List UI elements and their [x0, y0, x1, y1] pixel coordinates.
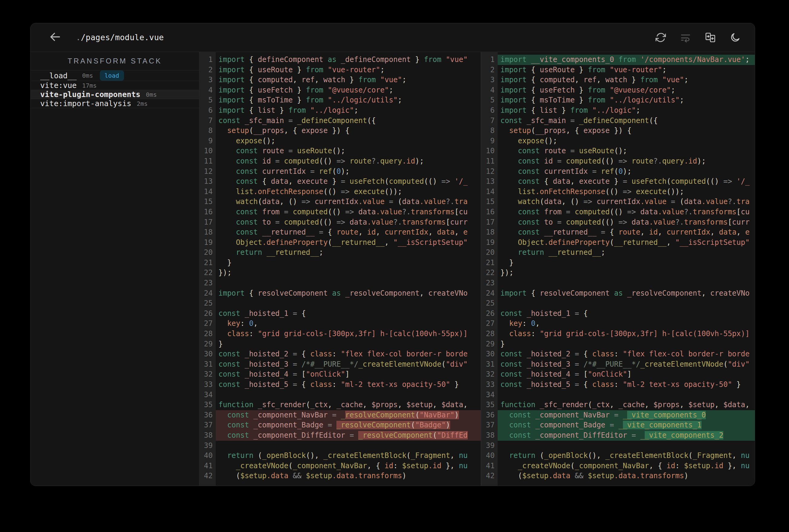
line-number: 30 — [481, 349, 498, 359]
line-number: 29 — [481, 339, 498, 349]
code-line: 22}); — [199, 268, 481, 278]
plugin-time: 2ms — [137, 100, 148, 107]
line-number: 33 — [199, 380, 216, 390]
code-text: Object.defineProperty(__returned__, "__i… — [498, 238, 755, 248]
code-line: 16 const from = computed(() => data.valu… — [481, 207, 755, 217]
word-wrap-icon[interactable] — [680, 32, 691, 43]
code-text: const _hoisted_3 = /*#__PURE__*/_createE… — [498, 359, 755, 370]
plugin-name: __load__ — [40, 71, 76, 80]
code-text: const _sfc_main = _defineComponent({ — [498, 116, 755, 126]
line-number: 27 — [481, 319, 498, 329]
code-line: 26const _hoisted_1 = { — [481, 309, 755, 319]
code-line: 35function _sfc_render(_ctx, _cache, $pr… — [481, 400, 755, 410]
line-number: 16 — [481, 207, 498, 217]
sidebar-item-vite:import-analysis[interactable]: vite:import-analysis2ms — [31, 99, 199, 108]
code-text: import { list } from "../logic"; — [216, 106, 481, 116]
line-number: 42 — [481, 471, 498, 481]
sidebar-item-__load__[interactable]: __load__0msload — [31, 71, 199, 81]
line-number: 18 — [199, 227, 216, 238]
diff-view-icon[interactable] — [704, 32, 716, 43]
title-prefix: . — [76, 33, 81, 42]
code-line: 21 } — [199, 258, 481, 268]
line-number: 40 — [481, 451, 498, 461]
line-number: 20 — [481, 248, 498, 258]
code-line: 32const _hoisted_4 = ["onClick"] — [199, 369, 481, 380]
code-text: } — [216, 258, 481, 268]
code-text: return (_openBlock(), _createElementBloc… — [498, 451, 755, 461]
code-line: 4import { useFetch } from "@vueuse/core"… — [481, 85, 755, 96]
code-text: _createVNode(_component_NavBar, { id: $s… — [216, 461, 481, 471]
plugin-time: 0ms — [146, 91, 157, 98]
code-line: 15 watch(data, () => currentIdx.value = … — [481, 197, 755, 207]
sidebar-item-vite:vue[interactable]: vite:vue17ms — [31, 81, 199, 90]
line-number: 4 — [481, 85, 498, 96]
code-line: 14 list.onFetchResponse(() => execute())… — [481, 187, 755, 197]
code-text: const route = useRoute(); — [216, 146, 481, 156]
code-line: 30const _hoisted_2 = { class: "flex flex… — [481, 349, 755, 359]
code-panel-before[interactable]: 1import { defineComponent as _defineComp… — [199, 52, 481, 486]
code-line: 30const _hoisted_2 = { class: "flex flex… — [199, 349, 481, 359]
code-line: 4import { useFetch } from "@vueuse/core"… — [199, 85, 481, 96]
code-line: 15 watch(data, () => currentIdx.value = … — [199, 197, 481, 207]
code-text: const _component_DiffEditor = _resolveCo… — [216, 431, 481, 441]
line-number: 23 — [199, 278, 216, 288]
code-line: 40 return (_openBlock(), _createElementB… — [481, 451, 755, 461]
code-text: const _hoisted_2 = { class: "flex flex-c… — [216, 349, 481, 359]
line-number: 23 — [481, 278, 498, 288]
line-number: 8 — [199, 126, 216, 136]
code-text: class: "grid grid-cols-[300px,3fr] h-[ca… — [498, 329, 755, 339]
code-line: 39 — [199, 441, 481, 451]
topbar-actions — [655, 32, 741, 43]
code-text: return __returned__; — [216, 248, 481, 258]
plugin-time: 17ms — [82, 82, 96, 89]
code-text: setup(__props, { expose }) { — [498, 126, 755, 136]
code-line: 36 const _component_NavBar = __vite_comp… — [481, 410, 755, 420]
line-number: 16 — [199, 207, 216, 217]
code-text: }); — [498, 268, 755, 278]
line-number: 1 — [199, 55, 216, 65]
code-line: 16 const from = computed(() => data.valu… — [199, 207, 481, 217]
code-line: 17 const to = computed(() => data.value?… — [199, 217, 481, 228]
code-line: 32const _hoisted_4 = ["onClick"] — [481, 369, 755, 380]
code-text: import { useFetch } from "@vueuse/core"; — [498, 85, 755, 96]
code-line: 37 const _component_Badge = __vite_compo… — [481, 420, 755, 431]
line-number: 6 — [481, 106, 498, 116]
app-window: ./pages/module.vue — [30, 23, 755, 486]
line-number: 9 — [199, 136, 216, 146]
transform-stack-title: TRANSFORM STACK — [31, 52, 199, 71]
line-number: 42 — [199, 471, 216, 481]
line-number: 38 — [481, 431, 498, 441]
line-number: 26 — [481, 309, 498, 319]
code-text: const to = computed(() => data.value?.tr… — [216, 217, 481, 228]
back-button[interactable] — [48, 31, 62, 44]
sidebar-item-vite-plugin-components[interactable]: vite-plugin-components0ms — [31, 90, 199, 99]
code-line: 13 const { data, execute } = useFetch(co… — [481, 176, 755, 187]
code-text — [216, 298, 481, 309]
code-text: key: 0, — [498, 319, 755, 329]
code-line: 2import { useRoute } from "vue-router"; — [481, 65, 755, 75]
code-line: 20 return __returned__; — [481, 248, 755, 258]
code-line: 41 _createVNode(_component_NavBar, { id:… — [481, 461, 755, 471]
line-number: 22 — [199, 268, 216, 278]
code-line: 1import { defineComponent as _defineComp… — [199, 55, 481, 65]
line-number: 2 — [199, 65, 216, 75]
line-number: 15 — [481, 197, 498, 207]
code-line: 12 const currentIdx = ref(0); — [199, 167, 481, 177]
code-text — [216, 390, 481, 400]
code-line: 7const _sfc_main = _defineComponent({ — [199, 116, 481, 126]
code-line: 7const _sfc_main = _defineComponent({ — [481, 116, 755, 126]
code-text: } — [498, 258, 755, 268]
line-number: 11 — [199, 156, 216, 167]
dark-mode-icon[interactable] — [729, 32, 741, 43]
line-number: 31 — [481, 359, 498, 370]
code-text: const id = computed(() => route?.query.i… — [498, 156, 755, 167]
code-text: ($setup.data && $setup.data.transforms) — [498, 471, 755, 481]
code-text: watch(data, () => currentIdx.value = (da… — [216, 197, 481, 207]
line-number: 39 — [481, 441, 498, 451]
code-line: 38 const _component_DiffEditor = _resolv… — [199, 431, 481, 441]
refresh-icon[interactable] — [655, 32, 666, 43]
line-number: 36 — [481, 410, 498, 420]
code-panel-after[interactable]: 1import __vite_components_0 from '/compo… — [481, 52, 755, 486]
line-number: 1 — [481, 55, 498, 65]
code-text: setup(__props, { expose }) { — [216, 126, 481, 136]
